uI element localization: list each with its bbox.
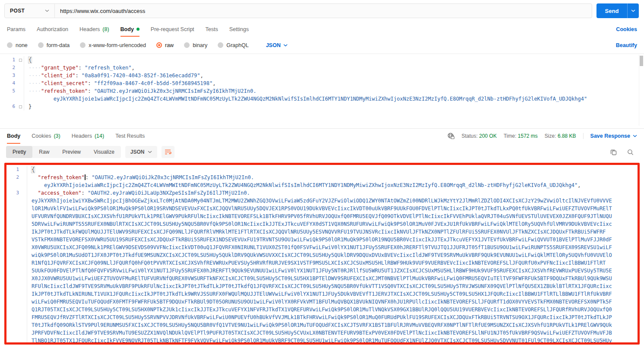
code-line: IkJPT0tJTkdTLkFWQUlMQUJJTElUWV9SRUFEXCIs… [6,228,638,236]
code-line: 4····"client_secret": "ff2f09aa-8467-4c0… [0,79,644,87]
status-pair: Status: 200 OK [462,133,497,139]
wrap-text-button[interactable] [162,146,174,158]
line-number: 6 [0,103,17,111]
code-line: UFVURVNfQUNDRVBUXCIsXCJXSVhfU1RPUkVTLk1P… [6,212,638,220]
body-mode-row: noneform-datax-www-form-urlencodedrawbin… [0,37,644,54]
gutter [21,275,27,282]
chevron-down-icon [148,151,152,153]
line-number [6,228,21,236]
code-line: 2····"grant_type": "refresh_token", [0,64,644,72]
send-label[interactable]: Send [596,3,627,18]
tab-label: Cookies [32,133,51,139]
code-line: eyJkYXRhIjoie1wiaWRcIjpcIjc2ZmQ4ZTc4LWVm… [0,95,644,103]
tab-cookies[interactable]: Cookies(3) [32,129,60,144]
chevron-down-icon [631,9,635,12]
tab-body[interactable]: Body [121,22,140,37]
chevron-down-icon [283,44,288,47]
code-line: X0VWRU5UXCIsXCJFQ09NLk1PRElGWV9DSEVDS09V… [6,244,638,251]
gutter [21,298,27,306]
cookies-link[interactable]: Cookies [616,26,637,32]
body-mode-GraphQL[interactable]: GraphQL [218,42,248,48]
tab-params[interactable]: Params [7,22,25,37]
gutter [21,290,27,298]
gutter [21,329,27,337]
line-number [6,282,21,290]
search-icon[interactable] [627,149,634,155]
line-number [6,313,21,321]
line-number [6,259,21,267]
send-options-dropdown[interactable] [627,3,639,18]
viewer-tab-raw[interactable]: Raw [32,146,56,158]
tab-authorization[interactable]: Authorization [37,22,68,37]
line-number [6,251,21,259]
line-number [6,212,21,220]
tab-body[interactable]: Body [7,129,20,144]
gutter [21,189,27,197]
response-body-highlighted[interactable]: 1{2 "refresh_token": "OAUTH2.eyJraWQiOiJ… [4,163,640,345]
body-mode-x-www-form-urlencoded[interactable]: x-www-form-urlencoded [80,42,146,48]
body-mode-none[interactable]: none [7,42,28,48]
body-mode-binary[interactable]: binary [184,42,207,48]
gutter [21,313,27,321]
code-line: 3····"client_id": "0a8a0f91-7420-4043-85… [0,72,644,79]
code-line: 5DRVwiLFwiRUNPTS5SRUFEX0NBUlRTXCIsXCJCT0… [6,220,638,228]
gutter [21,220,27,228]
mode-label: form-data [47,42,70,48]
gutter [17,95,24,103]
tab-tests[interactable]: Tests [206,22,218,37]
request-editor-scrollbar[interactable] [639,55,643,126]
code-line: T0tJTkdfQ09ORklSTV9PUl9ERUNMSU5FXCIsXCJC… [6,321,638,329]
gutter [21,166,27,174]
tab-test-results[interactable]: Test Results [115,129,145,144]
gutter [21,228,27,236]
code-line: 1{ [0,56,644,64]
tab-headers[interactable]: Headers(14) [72,129,104,144]
line-number: 1 [6,166,21,174]
radio-icon [7,42,13,48]
gutter [21,205,27,212]
line-number [6,337,21,345]
gutter [17,56,24,64]
save-response-button[interactable]: Save Response [583,133,637,139]
fold-icon[interactable] [19,59,22,62]
code-line: 3 "access_token": "OAUTH2.eyJraWQiOiJLaU… [6,189,638,197]
line-number [6,205,21,212]
body-language-label: JSON [266,42,281,48]
tab-pre-request-script[interactable]: Pre-request Script [151,22,194,37]
beautify-link[interactable]: Beautify [616,42,637,48]
body-mode-raw[interactable]: raw [156,42,174,48]
tab-count-badge: (14) [95,133,104,139]
copy-icon[interactable] [610,149,617,155]
viewer-language-dropdown[interactable]: JSON [125,146,157,158]
tab-label: Params [7,26,25,32]
tab-label: Pre-request Script [151,26,194,32]
gutter [17,72,24,79]
line-number [6,321,21,329]
viewer-tab-pretty[interactable]: Pretty [6,146,32,158]
line-number: 3 [6,189,21,197]
viewer-tab-preview[interactable]: Preview [56,146,87,158]
send-button[interactable]: Send [596,3,639,18]
tab-label: Test Results [115,133,145,139]
tab-label: Body [121,26,134,32]
body-language-dropdown[interactable]: JSON [266,42,288,48]
tab-headers[interactable]: Headers(8) [79,22,109,37]
mode-label: raw [165,42,174,48]
url-control: POST https://www.wix.com/oauth/access [4,3,592,18]
request-body-editor[interactable]: 1{2····"grant_type": "refresh_token",3··… [0,54,644,128]
gutter [21,337,27,345]
gutter [21,306,27,313]
viewer-tab-visualize[interactable]: Visualize [87,146,121,158]
code-line: X0JJX0VWRU5UU1wiLFwiUEFZTUVOVFMuRElTUFVU… [6,275,638,282]
gutter [21,181,27,189]
tab-settings[interactable]: Settings [229,22,249,37]
body-mode-form-data[interactable]: form-data [38,42,70,48]
code-line: eyJkYXRhIjoie1wiYXBwSWRcIjpcIjBhOGEwZjkx… [6,197,638,205]
gutter [21,244,27,251]
fold-icon[interactable] [19,105,22,108]
response-header: BodyCookies(3)Headers(14)Test Results St… [0,129,644,143]
line-number [6,267,21,275]
scrollbar-thumb[interactable] [640,56,643,66]
method-dropdown[interactable]: POST [5,4,55,18]
url-input[interactable]: https://www.wix.com/oauth/access [55,4,592,18]
